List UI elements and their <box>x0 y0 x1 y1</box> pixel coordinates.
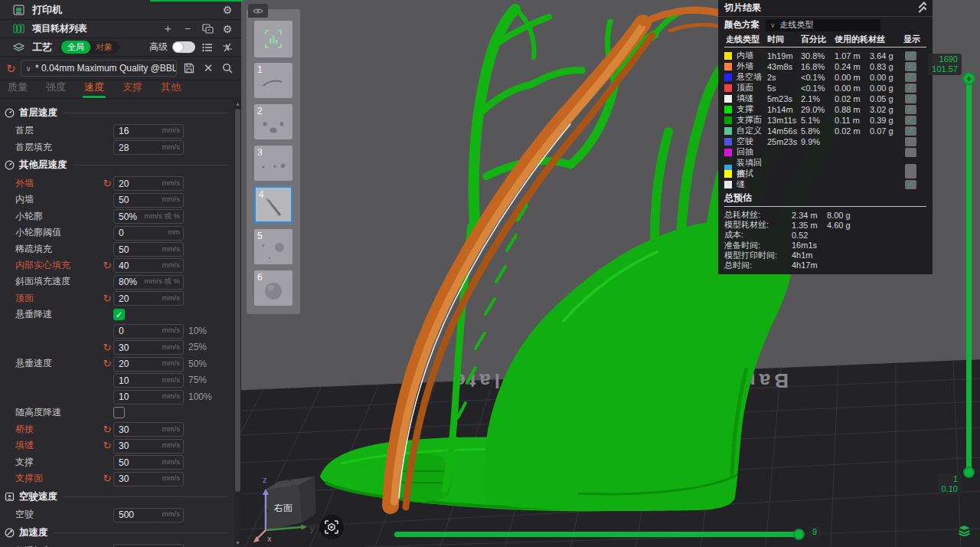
plate-thumbnail-5[interactable]: 5 <box>254 229 292 264</box>
plate-thumbnail-4-selected[interactable]: 4 <box>254 186 292 223</box>
layer-slider-track[interactable] <box>966 79 972 473</box>
internal-solid-infill-speed-input[interactable] <box>113 258 184 273</box>
add-filament-button[interactable]: ＋ <box>160 21 175 37</box>
section-acceleration: 加速度 <box>0 523 234 543</box>
swatch-custom <box>724 127 732 135</box>
param-label: 支撑面 <box>15 472 101 485</box>
visibility-checkbox[interactable]: ✓ <box>905 116 916 125</box>
plate-thumbnail-1[interactable]: 1 <box>254 63 292 98</box>
reset-icon[interactable]: ↻ <box>101 293 113 304</box>
param-label: 桥接 <box>15 423 101 436</box>
reset-icon[interactable]: ↻ <box>101 342 113 353</box>
plate-thumbnail-3[interactable]: 3 <box>254 146 292 181</box>
plate-thumbnail-6[interactable]: 6 <box>254 270 292 306</box>
compare-transfer-icon[interactable] <box>220 40 235 55</box>
visibility-checkbox[interactable] <box>905 137 916 146</box>
all-plates-stats-thumbnail[interactable] <box>254 21 292 57</box>
reset-icon[interactable]: ↻ <box>101 260 113 271</box>
small-perimeter-speed-input[interactable] <box>113 209 184 224</box>
move-slider-value: 9 <box>812 527 817 537</box>
layers-icon[interactable] <box>958 525 971 536</box>
visibility-checkbox[interactable] <box>905 148 916 157</box>
sidebar-scrollbar[interactable]: ▲ ▼ <box>234 100 241 547</box>
reset-icon[interactable]: ↻ <box>101 473 113 484</box>
visibility-checkbox[interactable]: ✓ <box>905 126 916 136</box>
swatch-retract <box>724 149 732 156</box>
plate-strip-visibility-toggle[interactable] <box>248 4 268 18</box>
scroll-down-icon[interactable]: ▼ <box>234 540 241 545</box>
first-layer-speed-input[interactable] <box>113 124 184 139</box>
search-icon[interactable] <box>220 61 235 76</box>
reset-icon[interactable]: ↻ <box>101 440 113 451</box>
legend-header-row: 走线类型 时间 百分比 使用的耗材丝 显示 <box>718 33 933 45</box>
slowdown-by-height-checkbox[interactable] <box>113 407 125 418</box>
small-perimeter-threshold-input[interactable] <box>113 226 184 241</box>
sync-filament-icon[interactable] <box>200 21 215 37</box>
collapse-panel-icon[interactable] <box>919 4 926 12</box>
move-slider-handle[interactable] <box>793 529 805 540</box>
overhang-speed-75-input[interactable] <box>113 373 184 388</box>
slope-infill-speed-input[interactable] <box>113 275 184 290</box>
close-icon[interactable]: ✕ <box>201 61 215 76</box>
visibility-checkbox[interactable]: ✓ <box>905 73 916 82</box>
layer-slider-top-handle[interactable]: + <box>962 72 975 85</box>
viewport-3d[interactable]: Bambu Textured PEI Plate <box>241 0 980 547</box>
preset-dropdown[interactable]: ∨ * 0.04mm Maximum Quality @BBL A... <box>21 60 178 77</box>
normal-print-accel-input[interactable] <box>113 544 184 547</box>
tab-others[interactable]: 其他 <box>161 80 181 98</box>
outer-wall-speed-input[interactable] <box>113 176 184 191</box>
tab-strength[interactable]: 强度 <box>46 80 66 98</box>
overhang-speed-50-input[interactable] <box>113 357 184 372</box>
scrollbar-thumb[interactable] <box>235 109 240 492</box>
printer-settings-gear-icon[interactable]: ⚙ <box>220 2 235 18</box>
parameters-scroll-area: 首层速度 首层 ↻ mm/s 首层填充 ↻ mm/s 其他层速度 外墙↻mm/s… <box>0 100 234 547</box>
tab-support[interactable]: 支撑 <box>122 80 142 98</box>
overhang-slowdown-checkbox[interactable]: ✓ <box>113 309 125 320</box>
layer-slider-bottom-handle[interactable] <box>963 467 975 478</box>
preset-reset-icon[interactable]: ↻ <box>6 63 16 74</box>
visibility-checkbox[interactable]: ✓ <box>905 94 916 103</box>
inner-wall-speed-input[interactable] <box>113 193 184 208</box>
snapshot-camera-button[interactable] <box>319 515 344 539</box>
scroll-up-icon[interactable]: ▲ <box>234 101 241 106</box>
travel-speed-input[interactable] <box>113 508 184 522</box>
navigation-gizmo[interactable]: 右面 z y x <box>247 469 320 545</box>
layer-slider-top-badge: 1690 101.57 <box>928 54 962 75</box>
bridge-speed-input[interactable] <box>113 422 184 437</box>
plate-number: 6 <box>257 272 263 283</box>
top-surface-speed-input[interactable] <box>113 291 184 306</box>
advanced-label: 高级 <box>149 41 168 54</box>
scope-object-button[interactable]: 对象 <box>90 41 118 54</box>
param-row: 首层填充 ↻ mm/s <box>0 139 234 155</box>
overhang-speed-25-input[interactable] <box>113 340 184 355</box>
visibility-checkbox[interactable]: ✓ <box>905 180 916 189</box>
support-interface-speed-input[interactable] <box>113 472 184 486</box>
param-label: 稀疏填充 <box>15 243 101 256</box>
scope-global-button[interactable]: 全局 <box>61 41 90 54</box>
tab-quality[interactable]: 质量 <box>8 80 28 98</box>
gap-infill-speed-input[interactable] <box>113 439 184 454</box>
reset-icon[interactable]: ↻ <box>101 358 113 369</box>
filament-settings-gear-icon[interactable]: ⚙ <box>220 21 235 37</box>
support-speed-input[interactable] <box>113 455 184 470</box>
move-slider-track[interactable] <box>394 532 800 537</box>
visibility-checkbox[interactable]: ✓ <box>905 51 916 61</box>
overhang-speed-100-input[interactable] <box>113 390 184 405</box>
plate-thumbnail-2[interactable]: 2 <box>254 104 292 139</box>
visibility-checkbox[interactable] <box>905 169 916 179</box>
visibility-checkbox[interactable]: ✓ <box>905 105 916 114</box>
reset-icon[interactable]: ↻ <box>101 424 113 435</box>
color-scheme-dropdown[interactable]: ∨ 走线类型 <box>766 19 880 31</box>
overhang-speed-10-input[interactable] <box>113 324 184 339</box>
param-list-icon[interactable] <box>200 40 215 55</box>
sparse-infill-speed-input[interactable] <box>113 242 184 257</box>
plate-label: Bambu Textured PEI Plate <box>450 369 789 392</box>
visibility-checkbox[interactable]: ✓ <box>905 62 916 71</box>
first-layer-infill-speed-input[interactable] <box>113 140 184 155</box>
advanced-toggle[interactable] <box>172 41 195 53</box>
save-preset-icon[interactable] <box>181 61 196 76</box>
visibility-checkbox[interactable]: ✓ <box>905 84 916 93</box>
reset-icon[interactable]: ↻ <box>101 178 113 189</box>
remove-filament-button[interactable]: － <box>180 21 195 37</box>
tab-speed[interactable]: 速度 <box>84 80 104 98</box>
